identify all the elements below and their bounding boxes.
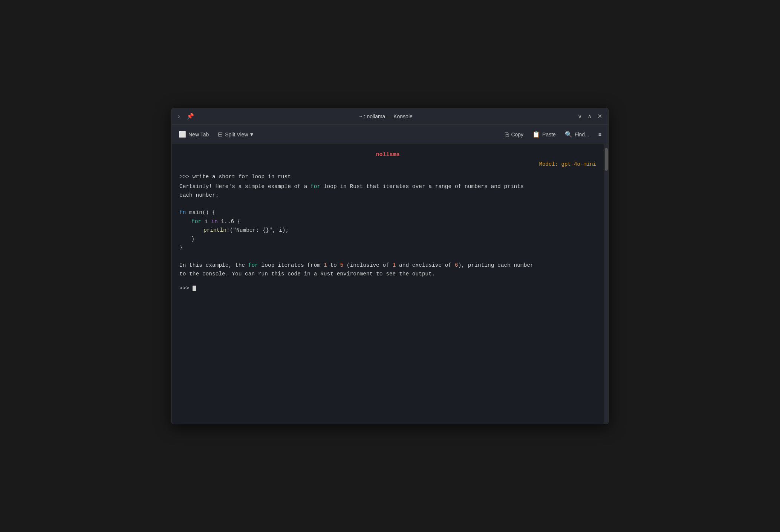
- code-main: main() {: [186, 209, 215, 216]
- expl-mid: loop iterates from: [258, 262, 324, 268]
- code-line-4: }: [179, 235, 596, 243]
- keyword-for-3: for: [248, 262, 258, 268]
- expl-pre: In this example, the: [179, 262, 248, 268]
- user-prompt-1: >>> write a short for loop in rust: [179, 173, 596, 181]
- model-label: Model: gpt-4o-mini: [179, 161, 596, 169]
- terminal-wrapper: nollama Model: gpt-4o-mini >>> write a s…: [172, 144, 608, 424]
- new-tab-icon: ⬜: [179, 131, 186, 138]
- title-bar-left: › 📌: [176, 112, 196, 121]
- expl-end: ), printing each number: [458, 262, 534, 268]
- prompt-text: write a short for loop in rust: [193, 174, 291, 180]
- split-view-button[interactable]: ⊟ Split View ▾: [214, 129, 257, 140]
- code-println-args: ("Number: {}", i);: [230, 227, 289, 233]
- split-view-label: Split View: [225, 131, 248, 138]
- app-title: nollama: [179, 150, 596, 159]
- new-tab-button[interactable]: ⬜ New Tab: [175, 129, 213, 140]
- menu-icon: ≡: [598, 131, 601, 138]
- paste-icon: 📋: [532, 131, 540, 138]
- response-text-each: each number:: [179, 192, 219, 198]
- paste-label: Paste: [542, 131, 556, 138]
- code-i: i: [201, 219, 211, 225]
- terminal-content[interactable]: nollama Model: gpt-4o-mini >>> write a s…: [172, 144, 604, 424]
- explanation-line-1: In this example, the for loop iterates f…: [179, 261, 596, 269]
- split-view-icon: ⊟: [218, 131, 223, 138]
- title-bar-right: ∨ ∧ ✕: [576, 112, 604, 121]
- keyword-in: in: [211, 219, 217, 225]
- copy-button[interactable]: ⎘ Copy: [501, 129, 527, 140]
- num-5: 5: [340, 262, 343, 268]
- expl-excl: and exclusive of: [396, 262, 455, 268]
- new-tab-label: New Tab: [188, 131, 209, 138]
- code-block: fn main() { for i in 1..6 { println!("Nu…: [179, 205, 596, 255]
- num-6: 6: [455, 262, 458, 268]
- find-button[interactable]: 🔍 Find...: [561, 129, 593, 140]
- minimize-button[interactable]: ∨: [576, 112, 584, 121]
- expl-line2-text: to the console. You can run this code in…: [179, 271, 435, 277]
- window-title: ~ : nollama — Konsole: [196, 113, 576, 119]
- response-text-pre: Certainly! Here's a simple example of a: [179, 183, 310, 190]
- paste-button[interactable]: 📋 Paste: [529, 129, 560, 140]
- copy-label: Copy: [511, 131, 523, 138]
- close-button[interactable]: ✕: [596, 112, 604, 121]
- code-line-3: println!("Number: {}", i);: [179, 226, 596, 235]
- maximize-button[interactable]: ∧: [586, 112, 593, 121]
- code-line-2: for i in 1..6 {: [179, 217, 596, 226]
- response-line-2: each number:: [179, 191, 596, 199]
- expl-incl: (inclusive of: [343, 262, 393, 268]
- explanation-line-2: to the console. You can run this code in…: [179, 270, 596, 278]
- toolbar: ⬜ New Tab ⊟ Split View ▾ ⎘ Copy 📋 Paste …: [172, 125, 608, 144]
- num-1a: 1: [324, 262, 327, 268]
- code-close-brace-1: }: [191, 236, 195, 242]
- keyword-for-2: for: [191, 219, 201, 225]
- menu-button[interactable]: ≡: [595, 129, 605, 140]
- pin-button[interactable]: 📌: [185, 112, 196, 121]
- code-line-5: }: [179, 243, 596, 252]
- response-text-post: loop in Rust that iterates over a range …: [320, 183, 524, 190]
- expl-to: to: [327, 262, 340, 268]
- find-label: Find...: [575, 131, 589, 138]
- prompt-symbol-2: >>>: [179, 285, 193, 291]
- code-close-brace-2: }: [179, 245, 183, 251]
- code-line-1: fn main() {: [179, 208, 596, 217]
- keyword-for-1: for: [310, 183, 320, 190]
- keyword-fn: fn: [179, 209, 186, 216]
- hamburger-button[interactable]: ›: [176, 112, 181, 121]
- scrollbar[interactable]: [604, 144, 608, 424]
- code-range: 1..6 {: [218, 219, 241, 225]
- cursor: [193, 286, 196, 291]
- keyword-println: println!: [203, 227, 230, 233]
- terminal-window: › 📌 ~ : nollama — Konsole ∨ ∧ ✕ ⬜ New Ta…: [171, 108, 609, 424]
- prompt-symbol: >>>: [179, 174, 193, 180]
- title-bar: › 📌 ~ : nollama — Konsole ∨ ∧ ✕: [172, 108, 608, 125]
- scrollbar-thumb[interactable]: [605, 148, 608, 171]
- search-icon: 🔍: [565, 131, 572, 138]
- chevron-down-icon: ▾: [250, 131, 253, 138]
- user-prompt-2: >>>: [179, 284, 596, 292]
- copy-icon: ⎘: [505, 131, 509, 138]
- response-line-1: Certainly! Here's a simple example of a …: [179, 182, 596, 191]
